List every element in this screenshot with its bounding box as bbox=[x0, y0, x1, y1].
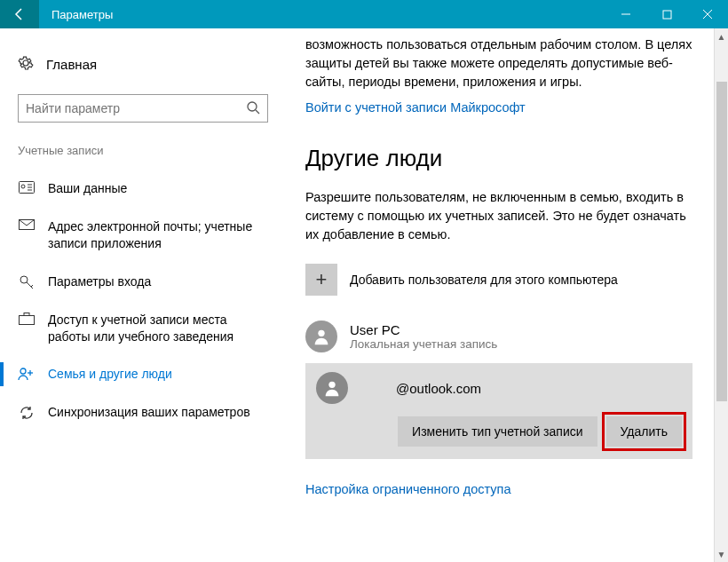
key-icon bbox=[18, 274, 36, 290]
people-icon bbox=[18, 367, 36, 381]
sidebar-item-label: Параметры входа bbox=[48, 273, 169, 290]
scroll-down-arrow[interactable]: ▼ bbox=[715, 546, 728, 562]
sidebar-item-sync[interactable]: Синхронизация ваших параметров bbox=[18, 393, 281, 431]
search-input[interactable] bbox=[26, 101, 246, 115]
scroll-thumb[interactable] bbox=[716, 82, 727, 401]
back-button[interactable] bbox=[0, 0, 39, 28]
plus-icon: + bbox=[305, 264, 337, 296]
svg-point-20 bbox=[318, 330, 324, 336]
vertical-scrollbar[interactable]: ▲ ▼ bbox=[714, 28, 728, 562]
svg-point-12 bbox=[20, 276, 28, 283]
sidebar-item-work[interactable]: Доступ к учетной записи места работы или… bbox=[18, 301, 281, 356]
svg-rect-16 bbox=[24, 313, 29, 315]
sidebar-section-label: Учетные записи bbox=[18, 144, 281, 157]
nav-home-label: Главная bbox=[46, 57, 97, 72]
svg-point-17 bbox=[20, 368, 26, 374]
intro-text: возможность пользоваться отдельным рабоч… bbox=[305, 36, 692, 91]
briefcase-icon bbox=[18, 313, 36, 325]
content-area: возможность пользоваться отдельным рабоч… bbox=[281, 28, 728, 562]
sidebar-item-label: Семья и другие люди bbox=[48, 366, 190, 383]
restricted-access-link[interactable]: Настройка ограниченного доступа bbox=[305, 482, 692, 496]
svg-point-21 bbox=[328, 382, 335, 388]
change-account-type-button[interactable]: Изменить тип учетной записи bbox=[398, 416, 597, 447]
svg-point-4 bbox=[248, 102, 257, 111]
selected-user-card: @outlook.com Изменить тип учетной записи… bbox=[305, 363, 692, 459]
maximize-button[interactable] bbox=[646, 0, 687, 28]
nav-home[interactable]: Главная bbox=[18, 46, 281, 82]
svg-line-14 bbox=[31, 285, 33, 287]
sidebar: Главная Учетные записи Ваши данные Адрес… bbox=[0, 28, 281, 562]
svg-rect-1 bbox=[663, 11, 671, 19]
gear-icon bbox=[18, 55, 34, 74]
user-name: @outlook.com bbox=[360, 381, 481, 396]
sidebar-item-label: Доступ к учетной записи места работы или… bbox=[48, 312, 281, 345]
titlebar: Параметры bbox=[0, 0, 728, 28]
search-input-wrap[interactable] bbox=[18, 94, 268, 123]
sidebar-item-label: Ваши данные bbox=[48, 180, 145, 197]
person-card-icon bbox=[18, 181, 36, 194]
sidebar-item-signin[interactable]: Параметры входа bbox=[18, 263, 281, 301]
window-title: Параметры bbox=[39, 8, 113, 21]
sidebar-item-label: Синхронизация ваших параметров bbox=[48, 404, 268, 421]
sync-icon bbox=[18, 405, 36, 421]
add-user-label: Добавить пользователя для этого компьюте… bbox=[350, 273, 618, 287]
add-user-button[interactable]: + Добавить пользователя для этого компью… bbox=[305, 264, 692, 296]
search-icon bbox=[246, 100, 260, 117]
svg-rect-15 bbox=[20, 315, 35, 324]
ms-signin-link[interactable]: Войти с учетной записи Майкрософт bbox=[305, 100, 692, 115]
user-row[interactable]: User PC Локальная учетная запись bbox=[305, 315, 692, 358]
avatar-icon bbox=[305, 321, 337, 352]
user-type: Локальная учетная запись bbox=[350, 337, 497, 351]
close-button[interactable] bbox=[687, 0, 728, 28]
sidebar-item-family[interactable]: Семья и другие люди bbox=[18, 355, 281, 393]
user-name: User PC bbox=[350, 322, 497, 337]
svg-point-7 bbox=[21, 185, 25, 188]
delete-user-button[interactable]: Удалить bbox=[606, 416, 682, 447]
sidebar-item-label: Адрес электронной почты; учетные записи … bbox=[48, 218, 281, 252]
svg-line-5 bbox=[256, 110, 259, 114]
minimize-button[interactable] bbox=[605, 0, 646, 28]
mail-icon bbox=[18, 219, 36, 230]
section-description: Разрешите пользователям, не включенным в… bbox=[305, 188, 692, 244]
sidebar-item-email[interactable]: Адрес электронной почты; учетные записи … bbox=[18, 208, 281, 263]
scroll-up-arrow[interactable]: ▲ bbox=[715, 28, 728, 44]
user-row-selected[interactable]: @outlook.com bbox=[316, 372, 682, 416]
avatar-icon bbox=[316, 372, 348, 404]
section-title: Другие люди bbox=[305, 145, 692, 172]
sidebar-item-your-info[interactable]: Ваши данные bbox=[18, 170, 281, 208]
